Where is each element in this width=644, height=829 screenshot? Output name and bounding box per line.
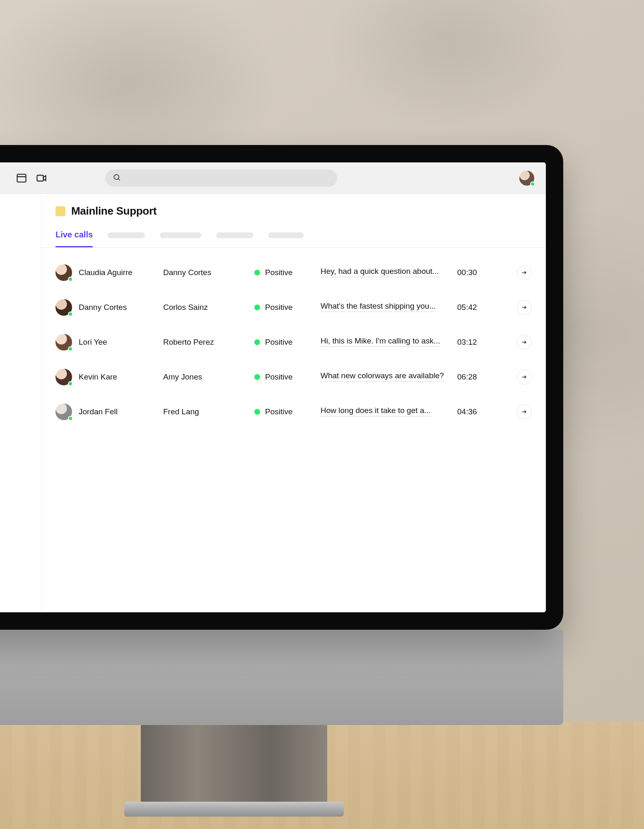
tab-placeholder[interactable] xyxy=(216,232,253,238)
monitor-chin xyxy=(0,630,563,725)
tab-placeholder[interactable] xyxy=(160,232,201,238)
sidebar xyxy=(0,194,41,612)
sentiment-label: Positive xyxy=(265,338,293,347)
calls-list: Claudia Aguirre Danny Cortes Positive He… xyxy=(41,248,546,429)
presence-indicator xyxy=(68,381,73,386)
sentiment: Positive xyxy=(254,303,316,312)
open-call-button[interactable] xyxy=(517,404,532,419)
caller-avatar xyxy=(55,264,72,281)
top-bar xyxy=(0,162,546,194)
call-row[interactable]: Lori Yee Roberto Perez Positive Hi, this… xyxy=(55,325,532,360)
presence-indicator xyxy=(530,181,535,186)
sentiment-dot-icon xyxy=(254,374,260,380)
call-duration: 00:30 xyxy=(457,268,503,277)
sentiment-label: Positive xyxy=(265,407,293,416)
open-call-button[interactable] xyxy=(517,335,532,350)
svg-rect-2 xyxy=(37,175,43,181)
channel-icon xyxy=(55,206,65,216)
sentiment: Positive xyxy=(254,407,316,416)
monitor-foot xyxy=(124,802,344,817)
call-row[interactable]: Jordan Fell Fred Lang Positive How long … xyxy=(55,394,532,429)
call-row[interactable]: Kevin Kare Amy Jones Positive What new c… xyxy=(55,360,532,394)
agent-name: Amy Jones xyxy=(163,372,250,382)
agent-name: Roberto Perez xyxy=(163,338,250,347)
caller-avatar xyxy=(55,334,72,350)
page-header: Mainline Support xyxy=(41,194,546,218)
monitor-frame: Mainline Support Live calls Claudia Agui… xyxy=(0,145,563,630)
presence-indicator xyxy=(68,346,73,351)
sentiment: Positive xyxy=(254,338,316,347)
presence-indicator xyxy=(68,277,73,282)
sentiment-label: Positive xyxy=(265,372,293,382)
tab-live-calls[interactable]: Live calls xyxy=(55,230,93,247)
layout-icon[interactable] xyxy=(16,172,27,184)
call-duration: 06:28 xyxy=(457,372,503,382)
caller-avatar xyxy=(55,369,72,385)
caller-name: Jordan Fell xyxy=(79,407,118,416)
caller-avatar xyxy=(55,404,72,420)
transcript-snippet[interactable]: What's the fastest shipping you... xyxy=(321,302,436,312)
caller-name: Lori Yee xyxy=(79,338,107,347)
transcript-snippet[interactable]: How long does it take to get a... xyxy=(321,406,431,416)
transcript-snippet[interactable]: Hey, had a quick question about... xyxy=(321,267,439,277)
tab-placeholder[interactable] xyxy=(108,232,145,238)
app-body: Mainline Support Live calls Claudia Agui… xyxy=(0,194,546,612)
call-duration: 05:42 xyxy=(457,303,503,312)
agent-name: Danny Cortes xyxy=(163,268,250,277)
search-icon xyxy=(113,173,121,183)
presence-indicator xyxy=(68,416,73,421)
sentiment: Positive xyxy=(254,268,316,277)
call-duration: 04:36 xyxy=(457,407,503,416)
video-icon[interactable] xyxy=(36,172,47,184)
svg-rect-0 xyxy=(17,174,26,182)
open-call-button[interactable] xyxy=(517,265,532,280)
open-call-button[interactable] xyxy=(517,370,532,384)
call-row[interactable]: Danny Cortes Corlos Sainz Positive What'… xyxy=(55,290,532,325)
caller-name: Danny Cortes xyxy=(79,303,127,312)
sentiment-dot-icon xyxy=(254,305,260,310)
tabs: Live calls xyxy=(41,218,546,248)
transcript-snippet[interactable]: What new colorways are available? xyxy=(321,371,444,382)
agent-name: Corlos Sainz xyxy=(163,303,250,312)
open-call-button[interactable] xyxy=(517,300,532,315)
app-window: Mainline Support Live calls Claudia Agui… xyxy=(0,162,546,612)
caller-name: Kevin Kare xyxy=(79,372,117,382)
main-panel: Mainline Support Live calls Claudia Agui… xyxy=(41,194,546,612)
current-user-avatar[interactable] xyxy=(519,171,534,186)
call-row[interactable]: Claudia Aguirre Danny Cortes Positive He… xyxy=(55,255,532,290)
svg-line-4 xyxy=(118,179,120,180)
page-title: Mainline Support xyxy=(71,205,157,218)
sentiment: Positive xyxy=(254,372,316,382)
sentiment-dot-icon xyxy=(254,409,260,415)
sentiment-label: Positive xyxy=(265,303,293,312)
caller-avatar xyxy=(55,299,72,316)
tab-placeholder[interactable] xyxy=(268,232,304,238)
transcript-snippet[interactable]: Hi, this is Mike. I'm calling to ask... xyxy=(321,336,440,347)
sentiment-label: Positive xyxy=(265,268,293,277)
agent-name: Fred Lang xyxy=(163,407,250,416)
sentiment-dot-icon xyxy=(254,339,260,345)
svg-point-3 xyxy=(114,174,119,179)
caller-name: Claudia Aguirre xyxy=(79,268,133,277)
sentiment-dot-icon xyxy=(254,270,260,276)
call-duration: 03:12 xyxy=(457,338,503,347)
search-input[interactable] xyxy=(105,169,337,187)
presence-indicator xyxy=(68,312,73,317)
